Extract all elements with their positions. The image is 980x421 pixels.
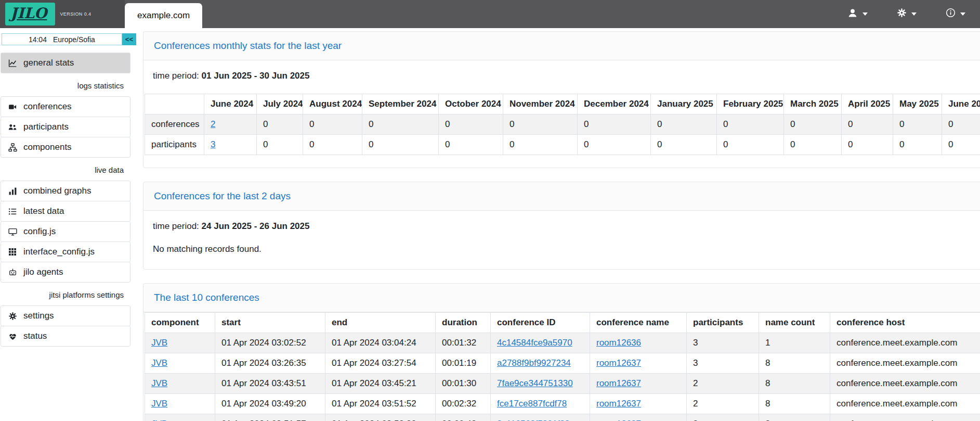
table-cell: 0 (842, 135, 893, 155)
row-label: conferences (145, 114, 204, 135)
table-cell: 0 (362, 114, 439, 135)
table-cell: 0 (578, 114, 651, 135)
clock: 14:04 Europe/Sofia (2, 33, 122, 45)
heart-pulse-icon (7, 331, 18, 341)
sidebar-item-conferences[interactable]: conferences (1, 96, 130, 117)
info-menu[interactable] (946, 8, 965, 20)
conference-id-link[interactable]: 7fae9ce344751330 (497, 378, 573, 388)
clock-timezone: Europe/Sofia (53, 35, 95, 44)
table-cell: 01 Apr 2024 03:02:52 (215, 333, 325, 353)
table-cell: 01 Apr 2024 03:27:54 (325, 353, 436, 374)
table-row: JVB 01 Apr 2024 03:02:52 01 Apr 2024 03:… (145, 333, 980, 353)
sidebar-item-config-js[interactable]: config.js (1, 221, 130, 242)
table-cell: 0 (362, 135, 439, 155)
table-cell: conference.meet.example.com (830, 394, 980, 414)
table-cell: 0 (842, 114, 893, 135)
sidebar-menu: general stats logs statistics conference… (1, 53, 130, 347)
component-link[interactable]: JVB (151, 419, 167, 421)
sidebar-item-label: interface_config.js (23, 247, 95, 257)
table-cell: 0 (439, 135, 503, 155)
column-header: March 2025 (784, 94, 842, 114)
table-cell: 3 (687, 333, 759, 353)
user-menu[interactable] (847, 8, 868, 21)
table-cell: 0 (578, 135, 651, 155)
component-link[interactable]: JVB (151, 399, 167, 409)
card-header: Conferences for the last 2 days (143, 182, 980, 211)
column-header: June 2024 (204, 94, 257, 114)
table-cell: 0 (942, 135, 980, 155)
conference-id-link[interactable]: 8c116568f5201f28 (497, 419, 570, 421)
info-icon (946, 8, 956, 20)
recent-conferences-card: Conferences for the last 2 days time per… (143, 182, 980, 270)
conference-name-link[interactable]: room12637 (596, 378, 641, 388)
settings-menu[interactable] (897, 8, 917, 20)
table-cell: 01 Apr 2024 03:26:35 (215, 353, 325, 374)
table-cell: 0 (303, 135, 362, 155)
table-cell: JVB (145, 333, 215, 353)
tab-example-com[interactable]: example.com (125, 3, 202, 28)
card-title-monthly-stats[interactable]: Conferences monthly stats for the last y… (154, 40, 342, 51)
column-header: August 2024 (303, 94, 362, 114)
table-cell: 2 (687, 394, 759, 414)
column-header: component (145, 313, 215, 333)
component-link[interactable]: JVB (151, 358, 167, 368)
sidebar-item-general-stats[interactable]: general stats (1, 53, 130, 73)
table-cell: 00:01:30 (436, 374, 491, 394)
table-cell: conference.meet.example.com (830, 414, 980, 421)
empty-message: No matching records found. (153, 244, 980, 254)
gear-icon (7, 311, 18, 321)
sidebar-item-combined-graphs[interactable]: combined graphs (1, 181, 130, 201)
card-title-last-2-days[interactable]: Conferences for the last 2 days (154, 190, 291, 201)
conference-name-link[interactable]: room12637 (596, 419, 641, 421)
conference-id-link[interactable]: a2788f9bf9927234 (497, 358, 571, 368)
table-cell: 01 Apr 2024 03:52:39 (325, 414, 436, 421)
chevron-down-icon (960, 12, 965, 16)
column-header: June 2025 (942, 94, 980, 114)
column-header (145, 94, 204, 114)
card-header: Conferences monthly stats for the last y… (143, 32, 980, 60)
participants-count-link[interactable]: 3 (211, 139, 215, 149)
table-cell: 2 (204, 114, 257, 135)
table-cell: JVB (145, 414, 215, 421)
sidebar-item-components[interactable]: components (1, 137, 130, 158)
conference-name-link[interactable]: room12636 (596, 338, 641, 348)
monthly-stats-card: Conferences monthly stats for the last y… (143, 31, 980, 168)
table-cell: 01 Apr 2024 03:49:20 (215, 394, 325, 414)
table-cell: 0 (942, 114, 980, 135)
conference-id-link[interactable]: 4c14584fce9a5970 (497, 338, 572, 348)
table-header-row: component start end duration conference … (145, 313, 980, 333)
sidebar-item-interface-config-js[interactable]: interface_config.js (1, 241, 130, 262)
sidebar-collapse-button[interactable]: << (122, 33, 136, 45)
conference-name-link[interactable]: room12637 (596, 358, 641, 368)
sidebar-item-latest-data[interactable]: latest data (1, 201, 130, 222)
sidebar-item-participants[interactable]: participants (1, 117, 130, 137)
conference-id-link[interactable]: fce17ce887fcdf78 (497, 399, 567, 409)
table-row: participants 3 0 0 0 0 0 0 0 0 0 0 (145, 135, 980, 155)
column-header: November 2024 (503, 94, 578, 114)
card-title-last-10[interactable]: The last 10 conferences (154, 292, 259, 303)
sidebar-item-jilo-agents[interactable]: jilo agents (1, 262, 130, 283)
component-link[interactable]: JVB (151, 338, 167, 348)
table-cell: 0 (784, 135, 842, 155)
sidebar-item-label: general stats (23, 58, 74, 68)
table-cell: 2 (687, 414, 759, 421)
display-icon (7, 227, 18, 236)
version-label: VERSION 0.4 (60, 11, 91, 17)
sidebar-item-settings[interactable]: settings (1, 305, 130, 326)
component-link[interactable]: JVB (151, 378, 167, 388)
sidebar-item-label: status (23, 331, 47, 341)
table-cell: 0 (717, 135, 784, 155)
table-cell: 8 (759, 414, 830, 421)
conference-name-link[interactable]: room12637 (596, 399, 641, 409)
table-cell: 0 (651, 135, 717, 155)
table-cell: 0 (439, 114, 503, 135)
column-header: conference host (830, 313, 980, 333)
time-period-value: 01 Jun 2025 - 30 Jun 2025 (202, 71, 310, 81)
jilo-logo[interactable]: JILO (5, 3, 55, 25)
conferences-count-link[interactable]: 2 (211, 119, 215, 129)
table-cell: 01 Apr 2024 03:04:24 (325, 333, 436, 353)
sidebar-item-status[interactable]: status (1, 326, 130, 347)
column-header: October 2024 (439, 94, 503, 114)
table-cell: 00:01:32 (436, 333, 491, 353)
table-cell: fce17ce887fcdf78 (491, 394, 590, 414)
